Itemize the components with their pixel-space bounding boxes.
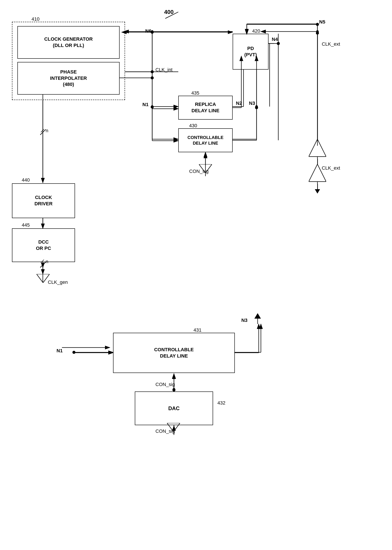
controllable-delay-block2: CONTROLLABLE DELAY LINE — [113, 333, 235, 373]
svg-marker-50 — [36, 274, 49, 283]
svg-marker-51 — [254, 313, 261, 319]
label-430: 430 — [189, 123, 197, 128]
n5-vertical-line — [317, 33, 318, 139]
n-slash-mark-top — [41, 129, 44, 133]
svg-marker-48 — [199, 164, 212, 173]
clock-generator-block: CLOCK GENERATOR (DLL OR PLL) — [17, 26, 119, 59]
label-445: 445 — [22, 222, 30, 228]
node-n2: N2 — [236, 100, 242, 106]
buffer-top — [309, 139, 326, 159]
label-410: 410 — [32, 16, 40, 22]
label-432: 432 — [217, 400, 225, 406]
con-sig-arrow-bottom — [167, 423, 180, 432]
svg-point-23 — [255, 105, 258, 108]
con-sig-arrow — [199, 164, 212, 173]
dac-block: DAC — [135, 391, 213, 425]
svg-marker-44 — [309, 164, 326, 182]
n1-to-cdl2-line — [62, 344, 113, 351]
phase-interpolator-block: PHASE INTERPOLATER (480) — [17, 62, 119, 95]
controllable-delay-block: CONTROLLABLE DELAY LINE — [178, 128, 233, 152]
svg-point-15 — [151, 105, 154, 108]
clk-int-label: CLK_int — [155, 67, 172, 73]
node-n3: N3 — [249, 100, 255, 106]
node-n1-bottom: N1 — [56, 348, 63, 354]
svg-marker-47 — [315, 189, 320, 194]
n-slash-top: n — [46, 128, 48, 134]
node-n3-bottom: N3 — [241, 317, 247, 323]
figure-label: 400 — [164, 9, 174, 15]
buffer-bottom — [309, 164, 326, 184]
pd-pvt-block: PD (PVT) — [233, 34, 268, 70]
clk-gen-label: CLK_gen — [48, 279, 68, 285]
label-440: 440 — [22, 177, 30, 183]
svg-marker-53 — [167, 423, 180, 432]
buffer-connector — [317, 159, 318, 164]
node-n4: N4 — [272, 36, 278, 42]
clk-gen-arrow — [36, 274, 49, 283]
svg-point-7 — [316, 30, 319, 33]
clk-ext-arrow — [315, 189, 320, 194]
diagram-container: 400 410 CLOCK GENERATOR (DLL OR PLL) PHA… — [0, 0, 392, 550]
replica-delay-block: REPLICA DELAY LINE — [178, 96, 233, 120]
label-420: 420 — [252, 28, 260, 34]
n-slash-bottom: n — [46, 259, 48, 264]
n3-up-arrow — [254, 313, 261, 324]
clk-ext-top-label: CLK_ext — [322, 41, 340, 47]
svg-marker-42 — [309, 139, 326, 157]
node-n1: N1 — [142, 102, 148, 107]
svg-point-35 — [151, 71, 154, 73]
dcc-block: DCC OR PC — [12, 228, 75, 262]
label-431: 431 — [194, 327, 202, 333]
svg-point-40 — [173, 388, 175, 391]
clock-driver-block: CLOCK DRIVER — [12, 183, 75, 218]
label-435: 435 — [191, 90, 199, 96]
node-n6: N6 — [145, 28, 151, 34]
node-n5: N5 — [319, 19, 325, 25]
con-sig-label-middle: CON_sig — [155, 382, 175, 387]
